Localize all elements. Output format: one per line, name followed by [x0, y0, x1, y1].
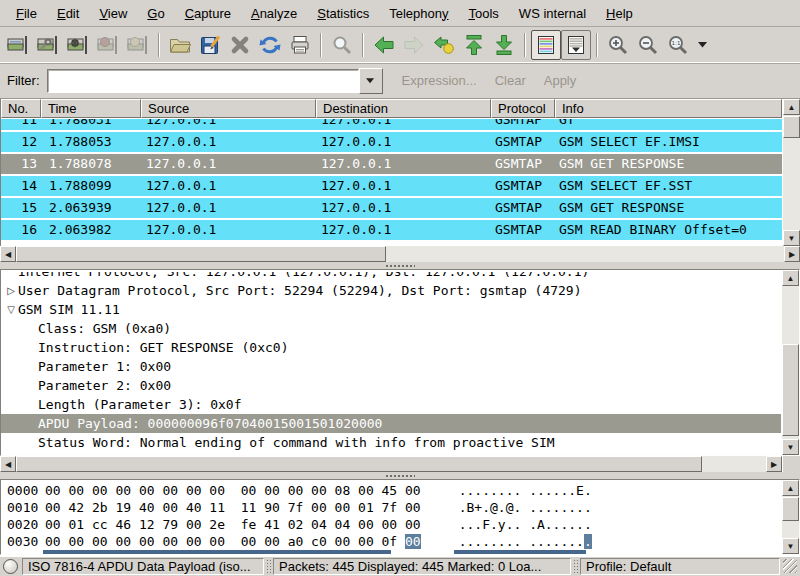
filter-input[interactable]	[47, 69, 359, 93]
column-header-time[interactable]: Time	[41, 99, 141, 118]
scrollbar-track[interactable]	[782, 286, 799, 439]
statusbar-handle[interactable]	[573, 559, 578, 573]
scrollbar-track[interactable]	[783, 115, 800, 230]
detail-row[interactable]: Internet Protocol, Src: 127.0.0.1 (127.0…	[1, 272, 781, 281]
menu-item[interactable]: File	[6, 2, 47, 25]
detail-row[interactable]: Parameter 1: 0x00	[1, 357, 781, 376]
go-back-button[interactable]	[369, 30, 399, 60]
go-to-top-button[interactable]	[459, 30, 489, 60]
colorize-packets-button[interactable]	[531, 30, 561, 60]
detail-row[interactable]: ▽ GSM SIM 11.11	[1, 300, 781, 319]
capture-options-button[interactable]	[33, 30, 63, 60]
go-to-packet-button[interactable]	[429, 30, 459, 60]
expander-icon[interactable]	[24, 357, 38, 376]
zoom-in-button[interactable]	[603, 30, 633, 60]
scroll-down-button[interactable]: ▼	[782, 538, 799, 554]
zoom-out-button[interactable]	[633, 30, 663, 60]
scrollbar-track[interactable]	[782, 496, 799, 538]
scroll-up-button[interactable]: ▲	[782, 270, 799, 286]
packet-row[interactable]: 15 2.063939 127.0.0.1 127.0.0.1 GSMTAP G…	[1, 198, 782, 218]
expander-icon[interactable]	[24, 414, 38, 433]
scroll-left-button[interactable]: ◀	[0, 456, 16, 472]
zoom-normal-button[interactable]: 1:1	[663, 30, 693, 60]
list-interfaces-button[interactable]	[3, 30, 33, 60]
details-hscrollbar[interactable]: ◀ ▶	[0, 456, 782, 472]
statusbar-handle[interactable]	[266, 559, 271, 573]
expander-icon[interactable]: ▽	[4, 300, 18, 319]
menu-item[interactable]: Tools	[459, 2, 509, 25]
scrollbar-thumb[interactable]	[16, 456, 702, 472]
filter-dropdown-button[interactable]	[359, 68, 383, 94]
menu-item[interactable]: WS internal	[509, 2, 596, 25]
expander-icon[interactable]	[24, 376, 38, 395]
scrollbar-track[interactable]	[702, 456, 766, 472]
menu-item[interactable]: Analyze	[241, 2, 307, 25]
scrollbar-thumb[interactable]	[16, 246, 386, 262]
packet-row[interactable]: 16 2.063982 127.0.0.1 127.0.0.1 GSMTAP G…	[1, 220, 782, 240]
auto-scroll-button[interactable]	[561, 30, 591, 60]
packet-row[interactable]: 11 1.788031 127.0.0.1 127.0.0.1 GSMTAP G…	[1, 119, 782, 130]
status-profile[interactable]: Profile: Default	[580, 558, 780, 575]
scrollbar-thumb[interactable]	[783, 116, 800, 138]
expander-icon[interactable]: ▷	[4, 281, 18, 300]
clear-button[interactable]: Clear	[486, 73, 535, 88]
hex-row[interactable]: 0010 00 42 2b 19 40 00 40 11 11 90 7f 00…	[7, 499, 781, 516]
scroll-right-button[interactable]: ▶	[766, 456, 782, 472]
hex-vscrollbar[interactable]: ▲ ▼	[781, 480, 799, 554]
scroll-up-button[interactable]: ▲	[782, 480, 799, 496]
scroll-down-button[interactable]: ▼	[782, 439, 799, 455]
packet-row[interactable]: 12 1.788053 127.0.0.1 127.0.0.1 GSMTAP G…	[1, 132, 782, 152]
scrollbar-thumb[interactable]	[782, 497, 799, 521]
packet-row[interactable]: 14 1.788099 127.0.0.1 127.0.0.1 GSMTAP G…	[1, 176, 782, 196]
menu-item[interactable]: Capture	[175, 2, 241, 25]
go-to-bottom-button[interactable]	[489, 30, 519, 60]
packet-row[interactable]: 13 1.788078 127.0.0.1 127.0.0.1 GSMTAP G…	[1, 154, 782, 174]
detail-row[interactable]: Status Word: Normal ending of command wi…	[1, 433, 781, 452]
capture-stop-button[interactable]	[93, 30, 123, 60]
print-button[interactable]	[285, 30, 315, 60]
reload-file-button[interactable]	[255, 30, 285, 60]
details-vscrollbar[interactable]: ▲ ▼	[781, 270, 799, 455]
scroll-up-button[interactable]: ▲	[783, 99, 800, 115]
packet-list-vscrollbar[interactable]: ▲ ▼	[782, 99, 800, 246]
detail-row[interactable]: Parameter 2: 0x00	[1, 376, 781, 395]
menu-item[interactable]: Statistics	[307, 2, 379, 25]
detail-row[interactable]: Length (Parameter 3): 0x0f	[1, 395, 781, 414]
expander-icon[interactable]	[24, 319, 38, 338]
column-header-info[interactable]: Info	[555, 99, 782, 118]
apply-button[interactable]: Apply	[535, 73, 586, 88]
open-file-button[interactable]	[165, 30, 195, 60]
save-file-button[interactable]	[195, 30, 225, 60]
go-forward-button[interactable]	[399, 30, 429, 60]
expander-icon[interactable]	[24, 338, 38, 357]
expander-icon[interactable]	[24, 395, 38, 414]
scroll-right-button[interactable]: ▶	[784, 246, 800, 262]
expander-icon[interactable]	[24, 433, 38, 452]
column-header-destination[interactable]: Destination	[316, 99, 491, 118]
menu-item[interactable]: Telephony	[379, 2, 458, 25]
detail-row[interactable]: APDU Payload: 000000096f0704001500150102…	[1, 414, 781, 433]
column-header-source[interactable]: Source	[141, 99, 316, 118]
packet-list-hscrollbar[interactable]: ◀ ▶	[0, 246, 800, 262]
resize-grip[interactable]	[783, 559, 797, 573]
menu-item[interactable]: View	[89, 2, 137, 25]
pane-splitter[interactable]	[0, 262, 800, 269]
scrollbar-thumb[interactable]	[782, 344, 799, 436]
detail-row[interactable]: Class: GSM (0xa0)	[1, 319, 781, 338]
scroll-down-button[interactable]: ▼	[783, 230, 800, 246]
expert-info-button[interactable]	[3, 559, 18, 574]
capture-start-button[interactable]	[63, 30, 93, 60]
detail-row[interactable]: ▷ User Datagram Protocol, Src Port: 5229…	[1, 281, 781, 300]
column-header-protocol[interactable]: Protocol	[491, 99, 555, 118]
hex-row[interactable]: 0020 00 01 cc 46 12 79 00 2e fe 41 02 04…	[7, 516, 781, 533]
close-file-button[interactable]	[225, 30, 255, 60]
scrollbar-track[interactable]	[386, 246, 784, 262]
hex-row[interactable]: 0000 00 00 00 00 00 00 00 00 00 00 00 00…	[7, 482, 781, 499]
menu-item[interactable]: Help	[596, 2, 643, 25]
menu-item[interactable]: Go	[137, 2, 174, 25]
toolbar-overflow-button[interactable]	[693, 30, 713, 60]
capture-restart-button[interactable]	[123, 30, 153, 60]
column-header-no[interactable]: No.	[1, 99, 41, 118]
scroll-left-button[interactable]: ◀	[0, 246, 16, 262]
menu-item[interactable]: Edit	[47, 2, 89, 25]
